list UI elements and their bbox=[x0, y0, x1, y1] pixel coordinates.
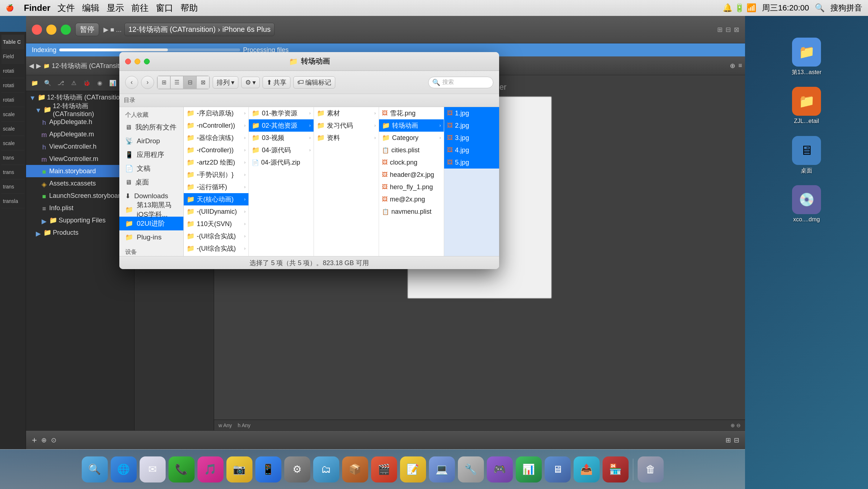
col1-item-9[interactable]: 📁-(UIIDynamic)› bbox=[184, 205, 248, 218]
icon-view-button[interactable]: ⊞ bbox=[157, 76, 170, 89]
breadcrumb-1[interactable]: 12-转场动画 (CATransition) bbox=[52, 61, 130, 70]
dock-item-tools[interactable]: 🔧 bbox=[458, 456, 484, 482]
col5-item-3[interactable]: 🖼3.jpg bbox=[444, 132, 499, 144]
list-view-button[interactable]: ☰ bbox=[170, 76, 183, 89]
file-viewcontroller-h[interactable]: h ViewController.h bbox=[26, 140, 134, 153]
col2-item-5[interactable]: 📄04-源代码.zip bbox=[249, 156, 314, 169]
col1-item-2[interactable]: 📁-nController))› bbox=[184, 119, 248, 132]
sidebar-item-plugins[interactable]: 📁 Plug-ins bbox=[119, 230, 183, 244]
menu-file[interactable]: 文件 bbox=[58, 2, 75, 14]
coverflow-view-button[interactable]: ⊠ bbox=[196, 76, 209, 89]
file-assets[interactable]: ◈ Assets.xcassets bbox=[26, 177, 134, 190]
col4-item-6[interactable]: 🖼header@2x.jpg bbox=[379, 169, 444, 181]
col2-item-1[interactable]: 📁01-教学资源› bbox=[249, 107, 314, 119]
col1-item-3[interactable]: 📁-器综合演练)› bbox=[184, 132, 248, 144]
dock-item-music[interactable]: 🎵 bbox=[197, 456, 224, 482]
panel-icon-report[interactable]: 📊 bbox=[107, 77, 119, 89]
dock-item-facetime[interactable]: 📞 bbox=[169, 456, 195, 482]
file-viewcontroller-m[interactable]: m ViewController.m bbox=[26, 153, 134, 165]
dock-item-store[interactable]: 🏪 bbox=[603, 456, 629, 482]
panel-icon-debug[interactable]: 🐞 bbox=[81, 77, 93, 89]
file-group[interactable]: ▼ 📁 12-转场动画 (CATransition) bbox=[26, 103, 134, 116]
dock-item-video[interactable]: 🎬 bbox=[371, 456, 397, 482]
col4-item-9[interactable]: 📋navmenu.plist bbox=[379, 205, 444, 218]
col1-item-11[interactable]: 📁-(UI综合实战)› bbox=[184, 230, 248, 242]
col3-item-3[interactable]: 📁资料› bbox=[314, 132, 379, 144]
dock-item-numbers[interactable]: 📊 bbox=[516, 456, 542, 482]
panel-icon-source[interactable]: ⎇ bbox=[55, 77, 67, 89]
finder-minimize-button[interactable] bbox=[135, 59, 140, 64]
col4-item-7[interactable]: 🖼hero_fly_1.png bbox=[379, 181, 444, 193]
nav-forward[interactable]: ▶ bbox=[36, 62, 41, 70]
dock-item-files[interactable]: 🗂 bbox=[313, 456, 339, 482]
menu-go[interactable]: 前往 bbox=[131, 2, 149, 14]
file-appdelegate-m[interactable]: m AppDelegate.m bbox=[26, 128, 134, 140]
col3-item-2[interactable]: 📁发习代码› bbox=[314, 119, 379, 132]
menu-edit[interactable]: 编辑 bbox=[82, 2, 99, 14]
fullscreen-button[interactable] bbox=[61, 25, 71, 35]
finder-close-button[interactable] bbox=[125, 59, 131, 64]
sidebar-item-heima[interactable]: 📁 第13期黑马iOS学科... bbox=[119, 203, 183, 217]
sidebar-item-airdrop[interactable]: 📡 AirDrop bbox=[119, 134, 183, 148]
nav-icon-1[interactable]: ⊕ bbox=[730, 62, 735, 70]
dock-item-notes[interactable]: 📝 bbox=[400, 456, 426, 482]
col1-item-7[interactable]: 📁-运行循环)› bbox=[184, 181, 248, 193]
col4-item-1[interactable]: 🖼雪花.png bbox=[379, 107, 444, 119]
zoom-controls[interactable]: ⊕ ⊖ bbox=[731, 422, 741, 428]
dock-item-archive[interactable]: 📦 bbox=[342, 456, 368, 482]
file-info-plist[interactable]: ≡ Info.plist bbox=[26, 202, 134, 214]
sidebar-item-docs[interactable]: 📄 文稿 bbox=[119, 162, 183, 175]
share-button[interactable]: ⬆ 共享 bbox=[263, 76, 290, 89]
menu-view[interactable]: 显示 bbox=[107, 2, 124, 14]
col1-item-5[interactable]: 📁-artz2D 绘图)› bbox=[184, 156, 248, 169]
col5-item-4[interactable]: 🖼4.jpg bbox=[444, 144, 499, 156]
action-button[interactable]: ⚙ ▾ bbox=[241, 77, 260, 88]
file-supporting-files[interactable]: ▶ 📁 Supporting Files bbox=[26, 214, 134, 226]
pause-button[interactable]: 暂停 bbox=[75, 23, 99, 36]
dock-item-trash[interactable]: 🗑 bbox=[638, 456, 664, 482]
desktop-icon-xco-dmg[interactable]: 💿 xco....dmg bbox=[785, 185, 828, 229]
dock-item-xcode[interactable]: 🖥 bbox=[545, 456, 571, 482]
col1-item-6[interactable]: 📁-手势识别）}› bbox=[184, 169, 248, 181]
col4-item-5[interactable]: 🖼clock.png bbox=[379, 156, 444, 169]
col1-item-10[interactable]: 📁110天(SVN)› bbox=[184, 218, 248, 230]
sort-button[interactable]: 排列 ▾ bbox=[213, 76, 238, 89]
dock-item-mail[interactable]: ✉ bbox=[140, 456, 166, 482]
dock-item-games[interactable]: 🎮 bbox=[487, 456, 513, 482]
close-button[interactable] bbox=[32, 25, 42, 35]
col2-item-3[interactable]: 📁03-视频› bbox=[249, 132, 314, 144]
col4-item-3[interactable]: 📁Category› bbox=[379, 132, 444, 144]
nav-icon-2[interactable]: ≡ bbox=[738, 62, 742, 70]
sidebar-item-allfiles[interactable]: 🖥 我的所有文件 bbox=[119, 120, 183, 134]
dock-item-settings[interactable]: ⚙ bbox=[284, 456, 310, 482]
menu-input[interactable]: 搜狗拼音 bbox=[830, 3, 862, 13]
finder-zoom-button[interactable] bbox=[144, 59, 150, 64]
menu-window[interactable]: 窗口 bbox=[156, 2, 173, 14]
finder-forward-button[interactable]: › bbox=[141, 76, 154, 89]
column-view-button[interactable]: ⊟ bbox=[183, 76, 196, 89]
panel-icon-issue[interactable]: ⚠ bbox=[68, 77, 80, 89]
col1-item-8[interactable]: 📁天(核心动画)› bbox=[184, 193, 248, 205]
bottom-right-2[interactable]: ⊟ bbox=[734, 436, 739, 444]
panel-icon-breakpoint[interactable]: ◉ bbox=[94, 77, 106, 89]
dock-item-macbook[interactable]: 💻 bbox=[429, 456, 455, 482]
col5-item-2[interactable]: 🖼2.jpg bbox=[444, 119, 499, 132]
menu-help[interactable]: 帮助 bbox=[180, 2, 198, 14]
menu-finder[interactable]: Finder bbox=[24, 3, 50, 13]
col2-item-4[interactable]: 📁04-源代码› bbox=[249, 144, 314, 156]
bottom-icon-2[interactable]: ⊙ bbox=[51, 436, 56, 444]
bottom-icon-1[interactable]: ⊕ bbox=[41, 436, 47, 444]
panel-icon-folder[interactable]: 📁 bbox=[29, 77, 41, 89]
dock-item-airdrop[interactable]: 📤 bbox=[574, 456, 600, 482]
file-main-storyboard[interactable]: ■ Main.storyboard bbox=[26, 165, 134, 177]
dock-item-finder[interactable]: 🔍 bbox=[82, 456, 108, 482]
desktop-icon-13aster[interactable]: 📁 第13...aster bbox=[785, 38, 828, 81]
finder-search-input[interactable]: 🔍 搜索 bbox=[428, 77, 493, 88]
sidebar-item-desktop[interactable]: 🖥 桌面 bbox=[119, 175, 183, 189]
col2-item-2[interactable]: 📁02-其他资源› bbox=[249, 119, 314, 132]
panel-toggle-left[interactable]: ⊞ bbox=[717, 26, 723, 34]
col1-item-12[interactable]: 📁-(UI综合实战)› bbox=[184, 242, 248, 255]
col4-item-8[interactable]: 🖼me@2x.png bbox=[379, 193, 444, 205]
col5-item-5[interactable]: 🖼5.jpg bbox=[444, 156, 499, 169]
panel-icon-search[interactable]: 🔍 bbox=[42, 77, 54, 89]
